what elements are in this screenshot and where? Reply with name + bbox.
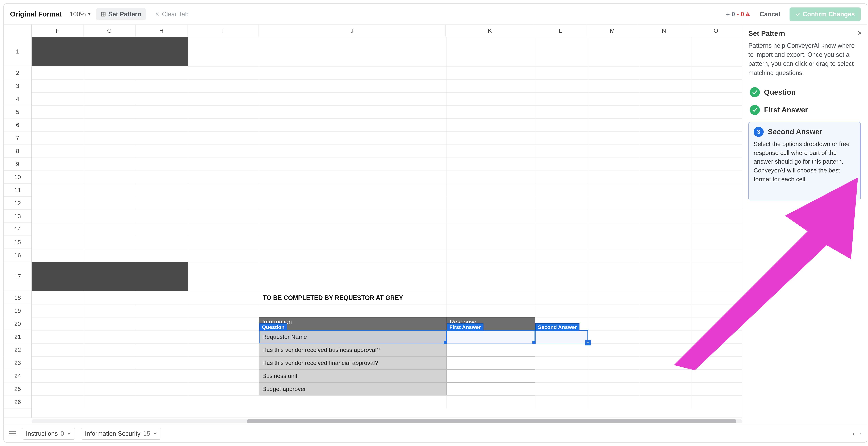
row-head-3[interactable]: 3 <box>4 79 31 92</box>
row-head-23[interactable]: 23 <box>4 356 31 369</box>
sheets-menu-button[interactable] <box>9 431 16 436</box>
row-head-18[interactable]: 18 <box>4 291 31 304</box>
bottom-bar: Instructions 0 ▼ Information Security 15… <box>4 425 867 442</box>
clear-tab-label: Clear Tab <box>162 10 189 18</box>
skip-label: Skip <box>834 188 847 196</box>
tab-name: Instructions <box>26 430 58 437</box>
col-head-L[interactable]: L <box>534 25 587 37</box>
tab-count: 0 <box>61 430 64 437</box>
row-head-22[interactable]: 22 <box>4 344 31 356</box>
tag-first-answer: First Answer <box>447 323 484 331</box>
skip-button[interactable]: Skip → <box>753 188 856 196</box>
tab-name: Information Security <box>85 430 141 437</box>
row-head-14[interactable]: 14 <box>4 222 31 236</box>
page-title: Original Format <box>10 10 62 18</box>
col-head-G[interactable]: G <box>84 25 135 37</box>
redacted-block-17 <box>32 262 188 291</box>
row-head-8[interactable]: 8 <box>4 145 31 157</box>
response-cell-23[interactable] <box>446 356 535 369</box>
step-question: Question <box>748 83 861 101</box>
side-panel: Set Pattern ✕ Patterns help ConveyorAI k… <box>742 25 867 425</box>
row-head-25[interactable]: 25 <box>4 382 31 395</box>
col-head-H[interactable]: H <box>135 25 187 37</box>
row-head-16[interactable]: 16 <box>4 249 31 262</box>
sheet-tab-information-security[interactable]: Information Security 15 ▼ <box>81 428 161 440</box>
close-panel-button[interactable]: ✕ <box>857 30 862 36</box>
check-icon <box>796 12 800 17</box>
question-cell-24[interactable]: Business unit <box>259 369 446 382</box>
col-head-K[interactable]: K <box>446 25 534 37</box>
row-head-24[interactable]: 24 <box>4 369 31 382</box>
col-head-M[interactable]: M <box>587 25 638 37</box>
col-head-F[interactable]: F <box>32 25 84 37</box>
next-sheet-button[interactable]: › <box>860 430 862 437</box>
clear-tab-button[interactable]: ✕ Clear Tab <box>151 8 193 20</box>
row-head-7[interactable]: 7 <box>4 131 31 145</box>
row-head-5[interactable]: 5 <box>4 106 31 118</box>
sheet-tab-instructions[interactable]: Instructions 0 ▼ <box>22 428 75 440</box>
chevron-down-icon: ▼ <box>67 431 71 436</box>
side-panel-title: Set Pattern <box>748 30 861 37</box>
col-head-I[interactable]: I <box>187 25 258 37</box>
chevron-down-icon: ▼ <box>88 12 91 17</box>
question-cell-23[interactable]: Has this vendor received financial appro… <box>259 356 446 369</box>
question-cell-25[interactable]: Budget approver <box>259 382 446 395</box>
row-head-6[interactable]: 6 <box>4 118 31 131</box>
cancel-button[interactable]: Cancel <box>755 8 785 20</box>
col-head-O[interactable]: O <box>690 25 742 37</box>
tab-count: 15 <box>143 430 150 437</box>
spreadsheet-area: F G H I J K L M N O 12345678910111213141… <box>4 25 742 425</box>
tag-question: Question <box>259 323 287 331</box>
row-head-17[interactable]: 17 <box>4 262 31 291</box>
col-head-N[interactable]: N <box>638 25 690 37</box>
row-headers: 1234567891011121314151617181920212223242… <box>4 37 32 418</box>
step-question-label: Question <box>764 88 796 96</box>
removed-count: - 0 <box>737 10 750 18</box>
step-first-answer: First Answer <box>748 101 861 119</box>
row-head-15[interactable]: 15 <box>4 236 31 249</box>
question-cell-22[interactable]: Has this vendor received business approv… <box>259 344 446 356</box>
row-head-10[interactable]: 10 <box>4 171 31 184</box>
response-cell-25[interactable] <box>446 382 535 395</box>
confirm-changes-button[interactable]: Confirm Changes <box>789 7 861 21</box>
selection-second-answer <box>535 330 588 344</box>
row-head-4[interactable]: 4 <box>4 92 31 106</box>
step-second-answer-desc: Select the options dropdown or free resp… <box>753 140 856 184</box>
row-head-19[interactable]: 19 <box>4 304 31 317</box>
response-cell-22[interactable] <box>446 344 535 356</box>
section-heading: TO BE COMPLETED BY REQUESTOR AT GREY <box>259 291 446 304</box>
row-head-26[interactable]: 26 <box>4 395 31 409</box>
zoom-value: 100% <box>70 10 86 18</box>
check-circle-icon <box>750 105 760 115</box>
response-cell-24[interactable] <box>446 369 535 382</box>
set-pattern-label: Set Pattern <box>108 10 141 18</box>
tag-second-answer: Second Answer <box>535 323 580 331</box>
row-head-1[interactable]: 1 <box>4 37 31 66</box>
added-count: + 0 <box>726 10 735 18</box>
set-pattern-button[interactable]: Set Pattern <box>96 8 146 20</box>
redacted-block-1 <box>32 37 188 66</box>
row-head-13[interactable]: 13 <box>4 210 31 222</box>
row-head-21[interactable]: 21 <box>4 330 31 344</box>
step-second-answer: 3 Second Answer <box>753 127 856 140</box>
corner-cell <box>4 25 32 37</box>
warning-icon <box>745 12 750 17</box>
step-second-answer-card: 3 Second Answer Select the options dropd… <box>748 122 861 201</box>
col-head-J[interactable]: J <box>258 25 446 37</box>
selection-first-answer <box>446 330 535 344</box>
prev-sheet-button[interactable]: ‹ <box>852 430 855 437</box>
row-head-12[interactable]: 12 <box>4 197 31 210</box>
row-head-20[interactable]: 20 <box>4 317 31 330</box>
horizontal-scrollbar[interactable] <box>4 418 742 425</box>
row-head-11[interactable]: 11 <box>4 184 31 197</box>
row-head-2[interactable]: 2 <box>4 66 31 79</box>
grid-icon <box>101 12 106 17</box>
plus-icon[interactable]: + <box>585 340 591 346</box>
zoom-dropdown[interactable]: 100% ▼ <box>70 10 91 18</box>
sheet-nav: ‹ › <box>852 430 862 437</box>
scroll-thumb[interactable] <box>247 419 736 423</box>
cells-canvas[interactable]: TO BE COMPLETED BY REQUESTOR AT GREY Inf… <box>32 37 742 409</box>
arrow-right-icon: → <box>849 188 856 196</box>
row-head-9[interactable]: 9 <box>4 157 31 171</box>
check-circle-icon <box>750 87 760 97</box>
